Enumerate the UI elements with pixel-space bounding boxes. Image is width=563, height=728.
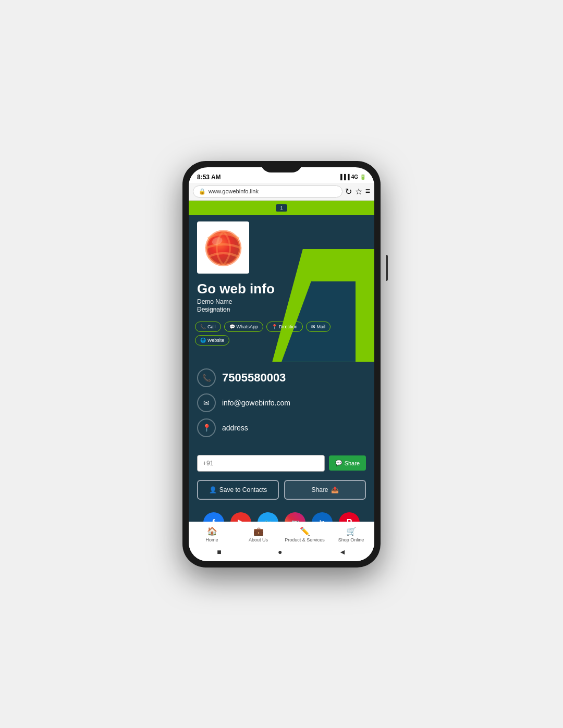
browser-bar: 🔒 www.gowebinfo.link ↻ ☆ ≡ bbox=[189, 183, 374, 201]
refresh-icon[interactable]: ↻ bbox=[345, 187, 352, 196]
whatsapp-phone-input[interactable] bbox=[197, 455, 325, 472]
mail-button[interactable]: ✉ Mail bbox=[306, 322, 331, 332]
page-content: 1 bbox=[189, 201, 374, 522]
email-icon-circle: ✉ bbox=[197, 393, 216, 412]
phone-number[interactable]: 7505580003 bbox=[222, 371, 286, 385]
whatsapp-label: WhatsApp bbox=[237, 324, 259, 329]
home-label: Home bbox=[205, 537, 218, 542]
company-logo bbox=[197, 221, 249, 274]
back-button[interactable]: ◄ bbox=[339, 548, 346, 556]
direction-icon: 📍 bbox=[272, 324, 277, 329]
status-time: 8:53 AM bbox=[197, 174, 221, 181]
share-icon: 📤 bbox=[331, 486, 339, 493]
system-bar: ■ ● ◄ bbox=[189, 545, 374, 561]
logo-svg bbox=[201, 225, 246, 269]
menu-icon[interactable]: ≡ bbox=[365, 187, 370, 196]
bottom-nav: 🏠 Home 💼 About Us ✏️ Product & Services … bbox=[189, 522, 374, 545]
about-label: About Us bbox=[249, 537, 268, 542]
phone-icon: 📞 bbox=[202, 374, 211, 382]
phone-frame: 8:53 AM ▐▐▐ 4G 🔋 🔒 www.gowebinfo.link ↻ … bbox=[182, 161, 381, 567]
demo-name: Demo Name bbox=[189, 298, 374, 305]
linkedin-button[interactable]: in bbox=[312, 512, 333, 522]
share-label: Share bbox=[311, 486, 328, 493]
contact-section: 📞 7505580003 ✉ info@gowebinfo.com 📍 addr… bbox=[189, 362, 374, 450]
action-buttons: 📞 Call 💬 WhatsApp 📍 Direction ✉ Mail bbox=[189, 318, 374, 352]
website-label: Website bbox=[207, 338, 224, 343]
secure-icon: 🔒 bbox=[199, 188, 206, 195]
wa-share-label: Share bbox=[345, 460, 360, 466]
save-label: Save to Contacts bbox=[219, 486, 267, 493]
shop-icon: 🛒 bbox=[346, 526, 357, 536]
address-contact-item: 📍 address bbox=[197, 418, 366, 437]
nav-about[interactable]: 💼 About Us bbox=[235, 526, 282, 542]
about-icon: 💼 bbox=[253, 526, 264, 536]
phone-screen: 8:53 AM ▐▐▐ 4G 🔋 🔒 www.gowebinfo.link ↻ … bbox=[189, 167, 374, 561]
direction-label: Direction bbox=[279, 324, 298, 329]
wa-icon: 💬 bbox=[335, 460, 342, 466]
nav-home[interactable]: 🏠 Home bbox=[189, 526, 235, 542]
products-icon: ✏️ bbox=[300, 526, 310, 536]
email-contact-item: ✉ info@gowebinfo.com bbox=[197, 393, 366, 412]
star-icon[interactable]: ☆ bbox=[355, 187, 362, 196]
instagram-button[interactable]: 📷 bbox=[285, 512, 305, 522]
pinterest-button[interactable]: P bbox=[339, 512, 360, 522]
share-button[interactable]: Share 📤 bbox=[284, 480, 366, 500]
designation: Designation bbox=[189, 305, 374, 318]
hero-section: 1 bbox=[189, 201, 374, 362]
phone-icon-circle: 📞 bbox=[197, 368, 216, 387]
products-label: Product & Services bbox=[285, 537, 325, 542]
save-icon: 👤 bbox=[209, 486, 217, 493]
volume-button bbox=[386, 255, 388, 281]
whatsapp-icon: 💬 bbox=[229, 324, 235, 329]
youtube-button[interactable]: ▶ bbox=[230, 512, 251, 522]
nav-products[interactable]: ✏️ Product & Services bbox=[282, 526, 328, 542]
phone-notch bbox=[261, 161, 302, 172]
website-button[interactable]: 🌐 Website bbox=[195, 335, 229, 346]
home-button[interactable]: ● bbox=[278, 548, 282, 556]
company-name: Go web info bbox=[189, 278, 374, 298]
call-button[interactable]: 📞 Call bbox=[195, 322, 221, 332]
home-icon: 🏠 bbox=[207, 526, 217, 536]
address-icon-circle: 📍 bbox=[197, 418, 216, 437]
whatsapp-button[interactable]: 💬 WhatsApp bbox=[224, 322, 264, 332]
call-icon: 📞 bbox=[200, 324, 206, 329]
network-type: 4G bbox=[351, 174, 358, 180]
url-text: www.gowebinfo.link bbox=[209, 188, 259, 194]
url-bar[interactable]: 🔒 www.gowebinfo.link bbox=[193, 186, 342, 198]
facebook-button[interactable]: f bbox=[203, 512, 224, 522]
shop-label: Shop Online bbox=[338, 537, 364, 542]
mail-label: Mail bbox=[317, 324, 326, 329]
address-text[interactable]: address bbox=[222, 424, 248, 432]
signal-icon: ▐▐▐ bbox=[338, 174, 349, 180]
email-address[interactable]: info@gowebinfo.com bbox=[222, 399, 290, 407]
phone-contact-item: 📞 7505580003 bbox=[197, 368, 366, 387]
social-section: f ▶ 🐦 📷 in P bbox=[189, 508, 374, 522]
status-icons: ▐▐▐ 4G 🔋 bbox=[338, 174, 366, 180]
browser-actions: ↻ ☆ ≡ bbox=[345, 187, 370, 196]
share-row: 💬 Share bbox=[189, 450, 374, 480]
location-icon: 📍 bbox=[202, 424, 211, 432]
notification-badge: 1 bbox=[276, 204, 287, 212]
main-action-buttons: 👤 Save to Contacts Share 📤 bbox=[189, 480, 374, 508]
recent-apps-button[interactable]: ■ bbox=[217, 548, 221, 556]
save-to-contacts-button[interactable]: 👤 Save to Contacts bbox=[197, 480, 279, 500]
logo-area bbox=[189, 215, 374, 278]
twitter-button[interactable]: 🐦 bbox=[258, 512, 278, 522]
mail-icon: ✉ bbox=[311, 324, 315, 329]
call-label: Call bbox=[207, 324, 216, 329]
direction-button[interactable]: 📍 Direction bbox=[266, 322, 303, 332]
hero-top-bar: 1 bbox=[189, 201, 374, 215]
whatsapp-share-button[interactable]: 💬 Share bbox=[329, 455, 366, 471]
website-icon: 🌐 bbox=[200, 338, 206, 343]
nav-shop[interactable]: 🛒 Shop Online bbox=[328, 526, 374, 542]
email-icon: ✉ bbox=[203, 399, 210, 407]
battery-icon: 🔋 bbox=[360, 174, 366, 180]
